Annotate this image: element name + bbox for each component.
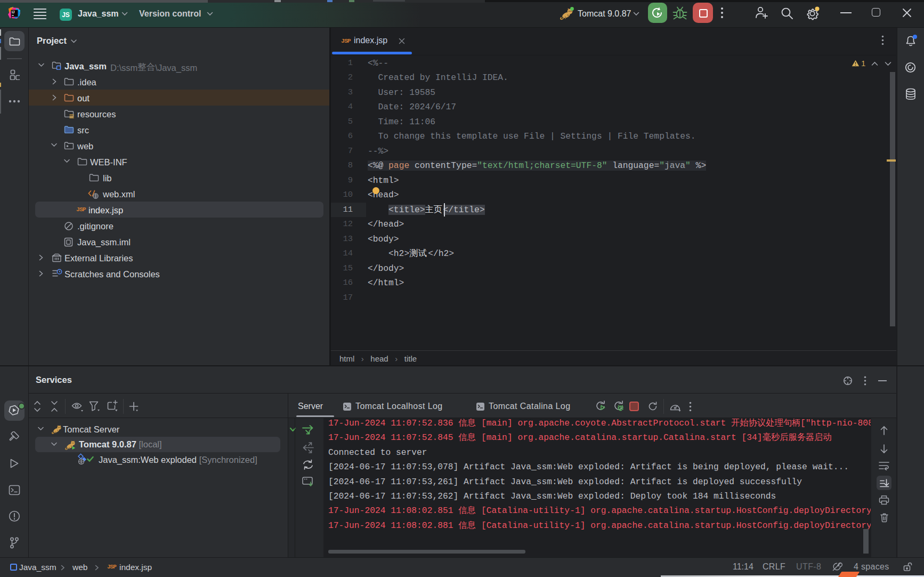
svg-text:IJ: IJ	[12, 10, 15, 14]
